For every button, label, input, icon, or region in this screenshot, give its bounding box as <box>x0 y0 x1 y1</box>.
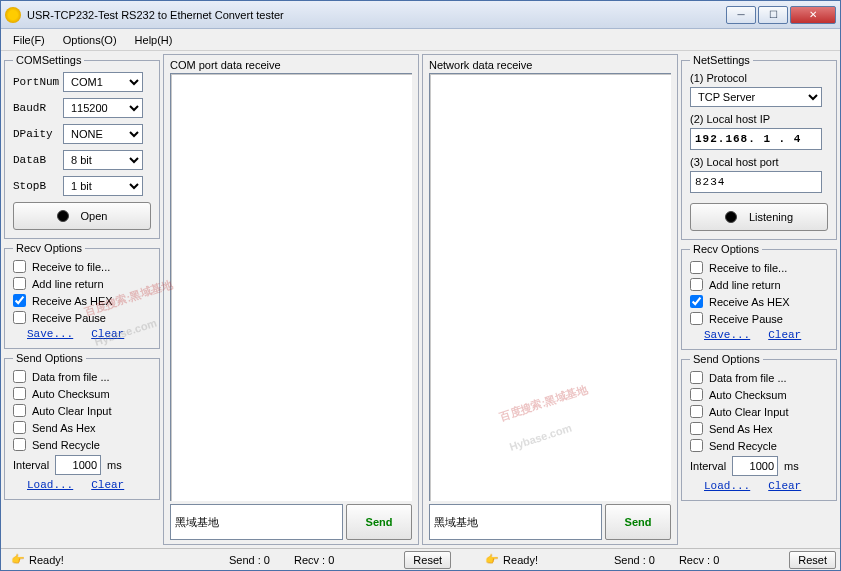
add-line-check[interactable] <box>13 277 26 290</box>
recv-pause-check-r[interactable] <box>690 312 703 325</box>
window-title: USR-TCP232-Test RS232 to Ethernet Conver… <box>27 9 726 21</box>
left-panel: COMSettings PortNumCOM1 BaudR115200 DPai… <box>4 54 160 545</box>
save-link[interactable]: Save... <box>27 328 73 340</box>
send-hex-check-r[interactable] <box>690 422 703 435</box>
baud-select[interactable]: 115200 <box>63 98 143 118</box>
data-from-file-check[interactable] <box>13 370 26 383</box>
datab-select[interactable]: 8 bit <box>63 150 143 170</box>
com-settings-legend: COMSettings <box>13 54 84 66</box>
protocol-select[interactable]: TCP Server <box>690 87 822 107</box>
parity-label: DPaity <box>13 128 63 140</box>
auto-clear-check-r[interactable] <box>690 405 703 418</box>
recv-count-left: Recv : 0 <box>294 554 334 566</box>
protocol-label: (1) Protocol <box>690 72 828 84</box>
titlebar[interactable]: USR-TCP232-Test RS232 to Ethernet Conver… <box>1 1 840 29</box>
host-ip-label: (2) Local host IP <box>690 113 828 125</box>
recv-options-right: Recv Options Receive to file... Add line… <box>681 243 837 350</box>
clear-send-link-r[interactable]: Clear <box>768 480 801 492</box>
net-pane-title: Network data receive <box>429 57 671 73</box>
recv-count-right: Recv : 0 <box>679 554 719 566</box>
ready-label-right: Ready! <box>503 554 538 566</box>
net-settings-group: NetSettings (1) Protocol TCP Server (2) … <box>681 54 837 240</box>
menu-options[interactable]: Options(O) <box>55 32 125 48</box>
send-recycle-check[interactable] <box>13 438 26 451</box>
ready-label-left: Ready! <box>29 554 64 566</box>
window-controls: ─ ☐ ✕ <box>726 6 836 24</box>
net-pane: Network data receive Send <box>422 54 678 545</box>
stopb-select[interactable]: 1 bit <box>63 176 143 196</box>
app-icon <box>5 7 21 23</box>
stopb-label: StopB <box>13 180 63 192</box>
send-hex-check[interactable] <box>13 421 26 434</box>
auto-checksum-check[interactable] <box>13 387 26 400</box>
clear-link-r[interactable]: Clear <box>768 329 801 341</box>
middle-panel: COM port data receive Send Network data … <box>163 54 678 545</box>
host-ip-input[interactable] <box>690 128 822 150</box>
host-port-input[interactable] <box>690 171 822 193</box>
hand-icon: 👉 <box>485 553 499 567</box>
baud-label: BaudR <box>13 102 63 114</box>
recv-pause-check[interactable] <box>13 311 26 324</box>
right-panel: NetSettings (1) Protocol TCP Server (2) … <box>681 54 837 545</box>
net-settings-legend: NetSettings <box>690 54 753 66</box>
add-line-check-r[interactable] <box>690 278 703 291</box>
listening-button[interactable]: Listening <box>690 203 828 231</box>
com-pane: COM port data receive Send <box>163 54 419 545</box>
interval-input[interactable] <box>55 455 101 475</box>
status-dot-icon <box>725 211 737 223</box>
datab-label: DataB <box>13 154 63 166</box>
com-receive-area[interactable] <box>170 73 412 501</box>
reset-button-right[interactable]: Reset <box>789 551 836 569</box>
send-recycle-check-r[interactable] <box>690 439 703 452</box>
clear-send-link[interactable]: Clear <box>91 479 124 491</box>
maximize-button[interactable]: ☐ <box>758 6 788 24</box>
recv-hex-check-r[interactable] <box>690 295 703 308</box>
clear-link[interactable]: Clear <box>91 328 124 340</box>
statusbar: 👉 Ready! Send : 0 Recv : 0 Reset 👉 Ready… <box>1 548 840 570</box>
auto-clear-check[interactable] <box>13 404 26 417</box>
reset-button-left[interactable]: Reset <box>404 551 451 569</box>
save-link-r[interactable]: Save... <box>704 329 750 341</box>
send-options-left: Send Options Data from file ... Auto Che… <box>4 352 160 500</box>
net-receive-area[interactable] <box>429 73 671 501</box>
recv-to-file-check-r[interactable] <box>690 261 703 274</box>
com-settings-group: COMSettings PortNumCOM1 BaudR115200 DPai… <box>4 54 160 239</box>
net-send-input[interactable] <box>429 504 602 540</box>
status-dot-icon <box>57 210 69 222</box>
recv-hex-check[interactable] <box>13 294 26 307</box>
net-send-button[interactable]: Send <box>605 504 671 540</box>
send-count-right: Send : 0 <box>614 554 655 566</box>
data-from-file-check-r[interactable] <box>690 371 703 384</box>
hand-icon: 👉 <box>11 553 25 567</box>
com-send-button[interactable]: Send <box>346 504 412 540</box>
send-options-right: Send Options Data from file ... Auto Che… <box>681 353 837 501</box>
close-button[interactable]: ✕ <box>790 6 836 24</box>
menu-file[interactable]: File(F) <box>5 32 53 48</box>
auto-checksum-check-r[interactable] <box>690 388 703 401</box>
client-area: 百度搜索:黑域基地Hybase.com 百度搜索:黑域基地Hybase.com … <box>1 51 840 548</box>
load-link-r[interactable]: Load... <box>704 480 750 492</box>
portnum-label: PortNum <box>13 76 63 88</box>
com-pane-title: COM port data receive <box>170 57 412 73</box>
interval-input-r[interactable] <box>732 456 778 476</box>
host-port-label: (3) Local host port <box>690 156 828 168</box>
portnum-select[interactable]: COM1 <box>63 72 143 92</box>
load-link[interactable]: Load... <box>27 479 73 491</box>
send-count-left: Send : 0 <box>229 554 270 566</box>
open-button[interactable]: Open <box>13 202 151 230</box>
menubar: File(F) Options(O) Help(H) <box>1 29 840 51</box>
menu-help[interactable]: Help(H) <box>127 32 181 48</box>
com-send-input[interactable] <box>170 504 343 540</box>
parity-select[interactable]: NONE <box>63 124 143 144</box>
recv-to-file-check[interactable] <box>13 260 26 273</box>
app-window: USR-TCP232-Test RS232 to Ethernet Conver… <box>0 0 841 571</box>
recv-options-left: Recv Options Receive to file... Add line… <box>4 242 160 349</box>
minimize-button[interactable]: ─ <box>726 6 756 24</box>
